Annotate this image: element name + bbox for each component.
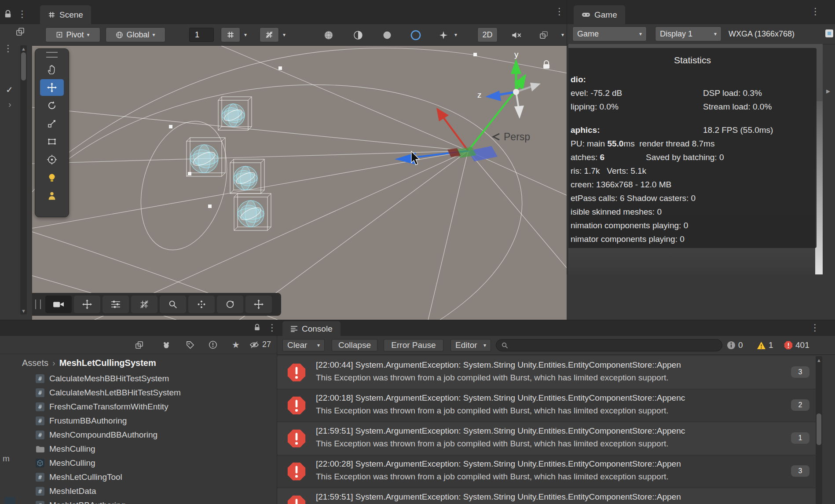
tab-game[interactable]: Game [574,5,625,24]
game-view[interactable]: Statistics dio: evel: -75.2 dBDSP load: … [568,44,823,274]
snap-grid-dropdown[interactable]: ▾ [240,27,251,42]
view-grid-button[interactable] [131,296,157,313]
snap-move-dropdown[interactable]: ▾ [279,27,289,42]
view-toolbar-drag-handle[interactable] [35,299,41,309]
view-levels-button[interactable] [103,296,129,313]
panel-menu-kebab[interactable]: ⋮ [18,9,27,19]
view-search-button[interactable] [160,296,186,313]
tool-move[interactable] [40,79,64,96]
tab-scene[interactable]: Scene [40,5,91,24]
tool-hand[interactable] [40,61,64,78]
breadcrumb-root[interactable]: Assets [22,358,48,368]
creature-icon[interactable] [159,338,173,351]
game-mode-label: Game [577,29,599,39]
projection-label[interactable]: Persp [504,131,530,142]
tab-console[interactable]: Console [282,321,341,336]
console-scrollbar-thumb[interactable] [817,413,821,445]
collapse-button[interactable]: Collapse [332,339,377,351]
view-move-button[interactable] [245,296,272,313]
console-search[interactable] [496,339,722,351]
layers-toggle[interactable] [535,28,553,42]
console-menu-kebab[interactable]: ⋮ [810,322,820,333]
scroll-up-icon[interactable]: ▲ [816,358,822,363]
panel-menu-kebab-2[interactable]: ⋮ [4,43,13,54]
list-item[interactable]: # CalculateMeshLetBBHitTestSystem [0,386,277,400]
list-item[interactable]: # FreshCameTransformWithEntity [0,400,277,414]
tool-scale[interactable] [40,115,64,132]
list-item[interactable]: # MeshLetCullingTool [0,470,277,484]
list-item[interactable]: MeshCulling [0,442,277,456]
folder-icon [35,444,45,454]
list-item[interactable]: # FrustumBBAuthoring [0,414,277,428]
tool-avatar[interactable] [40,187,64,204]
error-pause-button[interactable]: Error Pause [384,339,443,351]
tool-rect[interactable] [40,133,64,150]
global-dropdown[interactable]: Global ▾ [106,27,165,42]
console-entry[interactable]: [21:59:51] System.ArgumentException: Sys… [277,422,816,455]
label-tag-icon[interactable] [183,338,197,351]
list-item[interactable]: # MeshletData [0,484,277,498]
scene-viewport[interactable]: y z Persp [32,46,567,320]
grid-size-field[interactable]: 1 [189,28,214,42]
console-scrollbar[interactable]: ▲ [816,356,822,504]
pivot-dropdown[interactable]: Pivot ▾ [45,27,100,42]
info-count-toggle[interactable]: 0 [727,339,743,351]
warning-filter-icon[interactable] [206,338,220,351]
console-entry[interactable]: [22:00:28] System.ArgumentException: Sys… [277,455,816,488]
console-entry[interactable]: [21:59:51] System.ArgumentException: Sys… [277,488,816,504]
game-mode-dropdown[interactable]: Game ▾ [572,26,647,41]
stat-skinned: isible skinned meshes: 0 [571,207,662,216]
left-scrollbar[interactable]: ▲ ▼ [20,45,27,314]
scroll-down-icon[interactable]: ▼ [20,308,27,314]
audio-mute-toggle[interactable] [508,28,525,42]
snap-grid-button[interactable] [221,27,240,42]
shading-mode-toggle[interactable] [320,28,337,42]
resolution-dropdown[interactable]: WXGA (1366x768) [725,26,822,41]
favorites-star-icon[interactable]: ★ [229,338,243,351]
view-particles-button[interactable] [188,296,215,313]
open-new-window-icon[interactable] [132,338,146,351]
error-count-toggle[interactable]: 401 [784,339,809,351]
list-item[interactable]: # MeshCompoundBBAuthoring [0,428,277,442]
tool-light[interactable] [40,169,64,186]
solid-view-toggle[interactable] [378,28,396,42]
left-scrollbar-thumb[interactable] [21,52,26,80]
scene-menu-kebab[interactable]: ⋮ [555,6,564,17]
warning-count-toggle[interactable]: 1 [757,339,773,351]
expand-arrow-icon[interactable]: ▸ [826,86,830,96]
snap-move-button[interactable] [260,27,279,42]
editor-dropdown[interactable]: Editor ▾ [450,339,491,351]
console-entry[interactable]: [22:00:44] System.ArgumentException: Sys… [277,356,816,389]
scene-visibility-toggle[interactable] [407,28,425,42]
lock-icon[interactable] [4,10,12,18]
palette-drag-handle[interactable] [46,52,58,58]
lock-icon[interactable] [253,324,261,331]
list-item[interactable]: # CalculateMeshBBHitTestSystem [0,372,277,386]
console-entry[interactable]: [22:00:18] System.ArgumentException: Sys… [277,389,816,422]
toggle-2d-button[interactable]: 2D [477,27,498,42]
tool-rotate[interactable] [40,97,64,114]
maximize-icon[interactable] [16,27,25,36]
view-orbit-button[interactable] [217,296,243,313]
fold-arrow-icon[interactable]: › [8,99,11,110]
view-camera-button[interactable] [45,296,72,313]
project-menu-kebab[interactable]: ⋮ [267,322,277,333]
lighting-toggle[interactable] [349,28,367,42]
scroll-up-icon[interactable]: ▲ [20,46,27,51]
breadcrumb-current[interactable]: MeshLetCullingSystem [59,358,156,368]
list-item[interactable]: MeshCulling [0,456,277,470]
asset-preview-icon[interactable] [825,29,833,37]
list-item[interactable]: # MeshletBBAuthoring [0,498,277,504]
scene-viewport-canvas[interactable]: y z Persp [32,46,567,320]
chevron-down-icon: ▾ [87,32,90,37]
display-dropdown[interactable]: Display 1 ▾ [655,26,721,41]
console-search-input[interactable] [512,340,717,350]
clear-button[interactable]: Clear ▾ [282,339,325,351]
view-pan-button[interactable] [74,296,100,313]
tool-transform[interactable] [40,151,64,168]
hidden-eye-icon[interactable] [247,338,261,351]
console-log-list: [22:00:44] System.ArgumentException: Sys… [277,356,835,504]
effects-toggle[interactable] [435,28,452,42]
effects-dropdown[interactable]: ▾ [450,27,461,42]
game-menu-kebab[interactable]: ⋮ [811,6,820,17]
